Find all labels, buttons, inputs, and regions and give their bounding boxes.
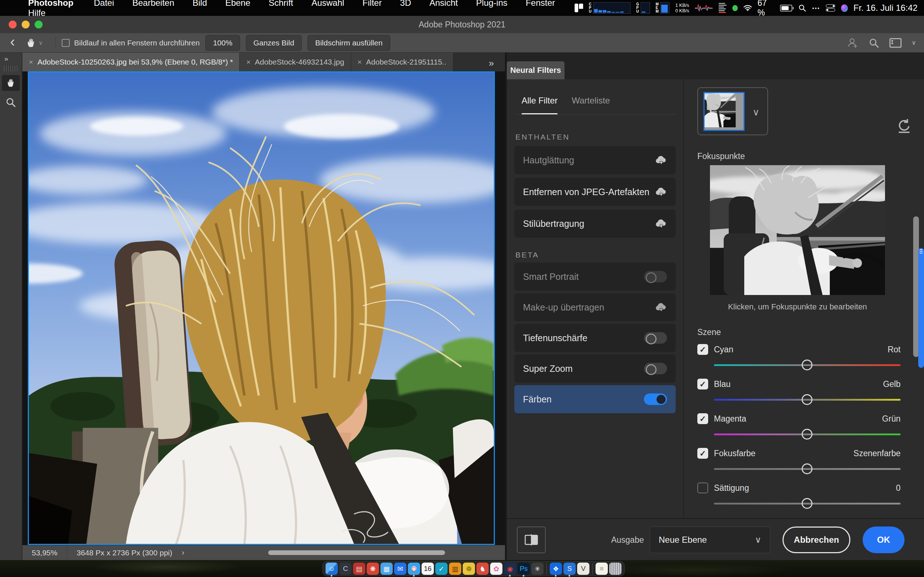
filter-toggle[interactable] [644,271,667,282]
menu-item[interactable]: Ebene [217,0,258,8]
chevron-down-icon[interactable]: ∨ [912,39,916,47]
search-icon[interactable] [868,37,879,48]
ok-button[interactable]: OK [863,527,905,553]
window-manager-icon[interactable] [575,3,583,12]
cancel-button[interactable]: Abbrechen [782,527,850,553]
control-center-icon[interactable] [826,3,835,12]
network-graph-icon[interactable] [695,3,713,13]
filter-card[interactable]: Entfernen von JPEG-Artefakten [514,178,676,206]
dock-app-icon[interactable]: S [564,562,576,575]
filter-card[interactable]: Smart Portrait [514,263,676,291]
scroll-all-windows-checkbox[interactable] [62,39,69,47]
dock-app-icon[interactable]: ▥ [449,562,461,575]
slider-knob[interactable] [802,429,813,440]
preview-thumbnail[interactable] [703,92,745,131]
dock-app-icon[interactable]: ❁ [463,562,475,575]
dock-app-icon[interactable]: V [577,562,590,575]
menu-item[interactable]: Datei [86,0,122,8]
filter-card[interactable]: Färben [514,385,676,413]
zoom-window-button[interactable] [35,21,43,29]
menu-item[interactable]: Schrift [261,0,301,8]
status-dot-icon[interactable] [732,5,738,11]
slider-checkbox[interactable] [697,344,708,355]
menu-item[interactable]: Ansicht [422,0,466,8]
cpu-meter[interactable]: CPU [589,2,630,14]
tab-overflow-icon[interactable]: » [489,54,500,69]
filter-toggle[interactable] [644,332,667,344]
wifi-icon[interactable] [743,4,752,11]
split-view-button[interactable] [517,527,546,553]
slider-knob[interactable] [802,394,813,405]
slider-knob[interactable] [802,463,813,474]
dock-app-icon[interactable]: ❖ [550,562,562,575]
dock-app-icon[interactable]: C [339,562,352,575]
panel-grip[interactable] [3,66,18,71]
blue-drag-handle[interactable] [918,248,924,368]
document-tab[interactable]: × AdobeStock-46932143.jpg [240,53,351,71]
menu-item[interactable]: Photoshop [20,0,83,8]
close-window-button[interactable] [9,21,16,29]
dock-app-icon[interactable]: ✿ [490,562,502,575]
minimize-window-button[interactable] [22,21,30,29]
dock-app-icon[interactable]: 16 [422,562,434,575]
fill-screen-button[interactable]: Bildschirm ausfüllen [307,35,390,51]
siri-icon[interactable] [841,4,848,12]
dock-app-icon[interactable]: ▦ [380,562,393,575]
filter-card[interactable]: Hautglättung [514,146,676,174]
slider-knob[interactable] [802,359,813,371]
mem-meter[interactable]: MEM [656,2,670,14]
more-status-icon[interactable]: ••• [812,5,820,11]
back-button[interactable]: ‹ [0,34,26,52]
filter-card[interactable]: Super Zoom [514,355,676,383]
zoom-100-button[interactable]: 100% [205,35,240,51]
gpu-meter[interactable]: GPU [636,2,650,14]
filter-card[interactable]: Make-up übertragen [514,293,676,321]
dock-app-icon[interactable]: Ps [518,562,530,575]
zoom-tool-button[interactable] [2,95,20,110]
document-tab[interactable]: × AdobeStock-21951115.. [351,53,453,71]
menu-item[interactable]: Bild [184,0,215,8]
slider-checkbox[interactable] [697,448,708,459]
menu-item[interactable]: Hilfe [20,8,53,18]
preview-selector[interactable]: ∨ [697,87,768,135]
neural-filters-tab[interactable]: Neural Filters [507,61,564,79]
dock-app-icon[interactable]: ✓ [435,562,447,575]
menu-clock[interactable]: Fr. 16. Juli 16:42 [854,3,918,13]
dock-app-icon[interactable]: ☺ [326,562,338,575]
status-chevron-icon[interactable]: › [181,548,184,558]
slider-knob[interactable] [802,498,813,509]
dock-app-icon[interactable]: ◉ [504,562,516,575]
spotlight-icon[interactable] [798,3,806,13]
hand-tool-button[interactable] [2,75,20,91]
share-user-icon[interactable] [847,37,858,49]
menu-item[interactable]: Fenster [518,0,563,8]
close-tab-icon[interactable]: × [358,58,362,66]
chevron-down-icon[interactable]: ∨ [753,107,759,118]
reset-icon[interactable] [896,118,912,134]
slider-checkbox[interactable] [697,482,708,493]
expand-tools-icon[interactable]: » [0,53,22,63]
workspace-icon[interactable] [889,38,901,48]
dock-app-icon[interactable]: ♞ [477,562,489,575]
tab-all-filters[interactable]: Alle Filter [522,95,558,106]
filter-toggle[interactable] [644,363,667,374]
cloud-download-icon[interactable] [656,303,667,312]
fit-screen-button[interactable]: Ganzes Bild [246,35,302,51]
menu-item[interactable]: Plug-ins [468,0,515,8]
menu-item[interactable]: Bearbeiten [124,0,182,8]
close-tab-icon[interactable]: × [246,58,250,66]
stats-bars-icon[interactable] [719,3,727,13]
network-speed[interactable]: 1 KB/s0 KB/s [675,3,689,13]
cloud-download-icon[interactable] [656,187,667,197]
filter-card[interactable]: Stilübertragung [514,210,676,238]
document-tab[interactable]: × AdobeStock-10250263.jpg bei 53,9% (Ebe… [23,53,240,71]
focus-points-preview[interactable] [710,165,885,295]
close-tab-icon[interactable]: × [29,58,33,66]
menu-item[interactable]: 3D [392,0,419,8]
dock-app-icon[interactable]: ❋ [367,562,379,575]
dock-app-icon[interactable]: ✉ [394,562,406,575]
battery-icon[interactable] [780,5,792,11]
dock-app-icon[interactable]: ▤ [353,562,365,575]
dock-item-icon[interactable]: ≡ [596,562,608,575]
menu-item[interactable]: Filter [354,0,389,8]
